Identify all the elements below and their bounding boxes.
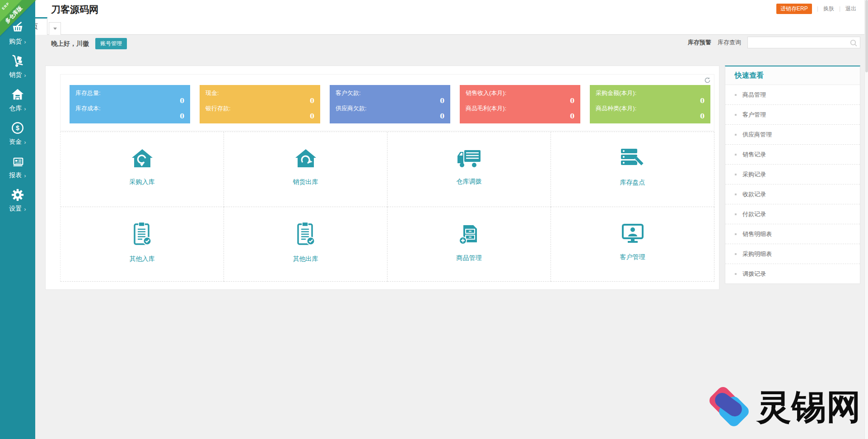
stat-value: 0 — [466, 97, 574, 104]
page-title: 刀客源码网 — [51, 3, 98, 16]
vertical-scrollbar — [864, 0, 868, 439]
refresh-icon[interactable] — [704, 77, 711, 84]
quick-view-item-label: 调拨记录 — [742, 270, 766, 278]
bullet-icon — [735, 233, 737, 235]
warehouse-icon — [11, 88, 24, 101]
chevron-down-icon — [53, 28, 57, 30]
house-arrow-in-icon — [130, 148, 154, 169]
quick-view-item-label: 采购记录 — [742, 170, 766, 179]
search-icon[interactable] — [849, 39, 858, 49]
sidebar-item-sales[interactable]: 销货› — [0, 54, 35, 79]
bullet-icon — [735, 174, 737, 175]
chevron-right-icon: › — [24, 206, 26, 212]
quick-view-item[interactable]: 收款记录 — [725, 184, 860, 204]
shortcut-warehouse-transfer[interactable]: 仓库调拨 — [387, 132, 551, 207]
clipboard-check-icon — [132, 222, 152, 246]
stat-label: 客户欠款: — [336, 89, 444, 97]
bullet-icon — [735, 94, 737, 96]
quick-view-item[interactable]: 商品管理 — [725, 85, 860, 104]
bullet-icon — [735, 134, 737, 136]
stock-warning-link[interactable]: 库存预警 — [688, 38, 711, 47]
scrollbar-thumb[interactable] — [865, 0, 868, 72]
search-box — [747, 37, 860, 48]
quick-view-item-label: 供应商管理 — [742, 131, 772, 139]
sidebar-item-label: 购货 — [9, 38, 22, 46]
bullet-icon — [735, 194, 737, 195]
stock-query-link[interactable]: 库存查询 — [718, 38, 741, 47]
shortcut-label: 库存盘点 — [620, 179, 645, 187]
shortcut-product-manage[interactable]: 商品管理 — [387, 207, 551, 282]
sidebar-item-settings[interactable]: 设置› — [0, 188, 35, 213]
stat-cards-section: 库存总量: 0 库存成本: 0 现金: 0 银行存款: 0 客户欠款: 0 供应… — [60, 74, 714, 131]
change-skin-link[interactable]: 换肤 — [823, 5, 834, 13]
stat-value: 0 — [75, 97, 184, 104]
shortcut-other-inbound[interactable]: 其他入库 — [61, 207, 224, 282]
chevron-right-icon: › — [24, 38, 26, 45]
shortcut-purchase-inbound[interactable]: 采购入库 — [61, 132, 224, 207]
stat-value: 0 — [596, 113, 705, 120]
quick-view-item[interactable]: 调拨记录 — [725, 264, 860, 283]
stat-value: 0 — [75, 113, 184, 120]
quick-view-panel: 快速查看 商品管理 客户管理 供应商管理 销售记录 采购记录 收款记录 付款记录… — [725, 66, 860, 284]
shortcut-other-outbound[interactable]: 其他出库 — [224, 207, 387, 282]
logout-link[interactable]: 退出 — [845, 5, 856, 13]
edition-ribbon: ERP 多仓库版 — [0, 0, 37, 37]
shortcut-stocktake[interactable]: 库存盘点 — [551, 132, 714, 207]
quick-view-item[interactable]: 供应商管理 — [725, 124, 860, 144]
quick-view-item[interactable]: 销售记录 — [725, 144, 860, 164]
sidebar-item-warehouse[interactable]: 仓库› — [0, 88, 35, 113]
bullet-icon — [735, 253, 737, 255]
stat-label: 库存成本: — [75, 104, 184, 113]
shortcut-label: 其他出库 — [293, 255, 318, 263]
sidebar-item-label: 报表 — [9, 171, 22, 179]
hand-truck-icon — [11, 54, 24, 68]
shortcut-customer-manage[interactable]: 客户管理 — [551, 207, 714, 282]
quick-view-item-label: 销售明细表 — [742, 230, 772, 238]
dashboard-panel: 库存总量: 0 库存成本: 0 现金: 0 银行存款: 0 客户欠款: 0 供应… — [45, 66, 719, 290]
quick-view-item-label: 收款记录 — [742, 190, 766, 198]
erp-badge-button[interactable]: 进销存ERP — [776, 4, 812, 14]
sidebar: 购货› 销货› 仓库› $ 资金› — [0, 0, 35, 439]
chevron-right-icon: › — [24, 139, 26, 146]
watermark-logo: 灵锡网 — [710, 384, 861, 431]
sidebar-item-reports[interactable]: 报表› — [0, 155, 35, 179]
stat-value: 0 — [466, 113, 574, 120]
search-input[interactable] — [748, 37, 860, 48]
stat-label: 销售收入(本月): — [466, 89, 574, 97]
quick-view-item-label: 销售记录 — [742, 151, 766, 159]
separator: | — [817, 5, 818, 12]
quick-view-item[interactable]: 采购记录 — [725, 164, 860, 184]
house-arrow-out-icon — [294, 148, 318, 169]
stat-card-cash: 现金: 0 银行存款: 0 — [200, 85, 320, 123]
stat-card-inventory: 库存总量: 0 库存成本: 0 — [70, 85, 190, 123]
sidebar-item-label: 设置 — [9, 205, 22, 213]
stat-label: 银行存款: — [205, 104, 314, 113]
account-manage-button[interactable]: 账号管理 — [95, 38, 127, 49]
sidebar-item-label: 仓库 — [9, 104, 22, 113]
shortcut-label: 仓库调拨 — [457, 178, 482, 186]
shortcut-label: 客户管理 — [620, 253, 645, 261]
watermark-text: 灵锡网 — [757, 384, 861, 431]
stat-value: 0 — [205, 97, 314, 104]
quick-view-item[interactable]: 付款记录 — [725, 204, 860, 224]
report-icon — [11, 155, 24, 168]
sidebar-item-funds[interactable]: $ 资金› — [0, 121, 35, 146]
shortcut-sales-outbound[interactable]: 销货出库 — [224, 132, 387, 207]
quick-view-item[interactable]: 客户管理 — [725, 104, 860, 124]
shortcut-label: 采购入库 — [130, 178, 155, 186]
gear-icon — [11, 188, 24, 202]
stocktake-icon — [620, 148, 645, 170]
separator: | — [839, 5, 840, 12]
greeting-text: 晚上好，川徽 — [51, 40, 89, 48]
stat-label: 采购金额(本月): — [596, 89, 705, 97]
quick-view-item[interactable]: 采购明细表 — [725, 244, 860, 264]
shortcut-label: 其他入库 — [130, 255, 155, 263]
bullet-icon — [735, 154, 737, 156]
tab-dropdown-button[interactable] — [49, 22, 61, 35]
stat-value: 0 — [596, 97, 705, 104]
quick-view-item-label: 采购明细表 — [742, 250, 772, 258]
bullet-icon — [735, 114, 737, 116]
bullet-icon — [735, 213, 737, 215]
monitor-person-icon — [621, 223, 644, 244]
quick-view-item[interactable]: 销售明细表 — [725, 224, 860, 244]
